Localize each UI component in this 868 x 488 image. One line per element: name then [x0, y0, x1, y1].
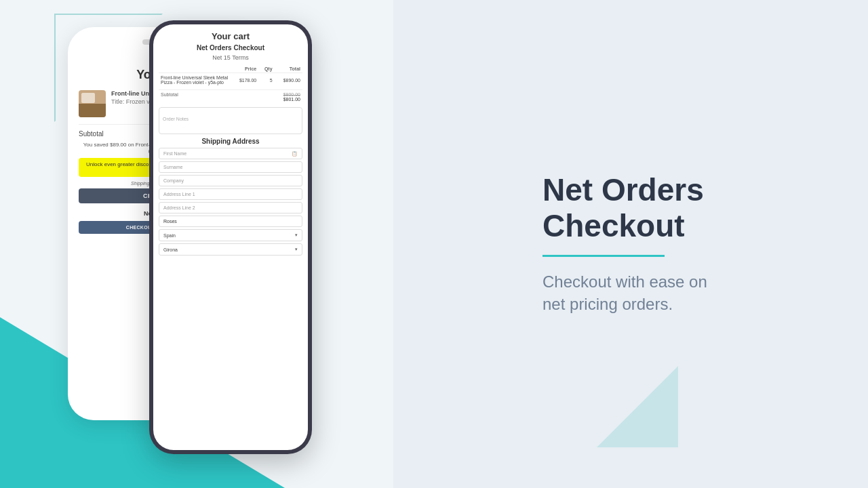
main-container: Your cart Front-line Universal Sleek Met…	[0, 0, 868, 488]
phone-front: Your cart Net Orders Checkout Net 15 Ter…	[149, 20, 312, 454]
right-content: Net Orders Checkout Checkout with ease o…	[542, 172, 827, 316]
order-notes-box[interactable]: Order Notes	[159, 107, 302, 134]
row-price: $178.00	[231, 73, 258, 87]
company-field[interactable]: Company	[159, 175, 302, 186]
order-notes-label: Order Notes	[163, 117, 189, 121]
back-item-image	[79, 90, 106, 117]
front-net-terms: Net 15 Terms	[159, 54, 302, 61]
country-dropdown-icon: ▾	[295, 232, 298, 238]
shipping-address-title: Shipping Address	[159, 138, 302, 145]
row-total: $890.00	[275, 73, 302, 87]
phone-front-content: Your cart Net Orders Checkout Net 15 Ter…	[153, 24, 308, 450]
front-subtotal-label: Subtotal	[161, 92, 178, 102]
main-heading: Net Orders Checkout	[542, 172, 827, 244]
row-product: Front-line Universal Sleek Metal Pizza -…	[159, 73, 231, 87]
front-checkout-title: Net Orders Checkout	[159, 44, 302, 52]
first-name-field[interactable]: First Name 📋	[159, 148, 302, 159]
country-field[interactable]: Spain ▾	[159, 229, 302, 241]
row-qty: 5	[258, 73, 274, 87]
front-subtotal-row: Subtotal $800.00 $801.00	[159, 89, 302, 104]
province-field[interactable]: Girona ▾	[159, 243, 302, 256]
col-total: Total	[275, 65, 302, 73]
col-product	[159, 65, 231, 73]
front-subtotal-prices: $800.00 $801.00	[283, 92, 300, 102]
table-row: Front-line Universal Sleek Metal Pizza -…	[159, 73, 302, 87]
phone-area: Your cart Front-line Universal Sleek Met…	[0, 0, 434, 488]
province-dropdown-icon: ▾	[295, 247, 298, 252]
col-price: Price	[231, 65, 258, 73]
city-field[interactable]: Roses	[159, 216, 302, 227]
col-qty: Qty	[258, 65, 274, 73]
phone-front-screen: Your cart Net Orders Checkout Net 15 Ter…	[153, 24, 308, 450]
address2-field[interactable]: Address Line 2	[159, 202, 302, 214]
surname-field[interactable]: Surname	[159, 161, 302, 173]
sub-text: Checkout with ease on net pricing orders…	[542, 270, 827, 316]
checkout-table: Price Qty Total Front-line Universal Sle…	[159, 65, 302, 87]
heading-underline	[542, 255, 665, 257]
address1-field[interactable]: Address Line 1	[159, 188, 302, 200]
front-cart-title: Your cart	[159, 31, 302, 41]
